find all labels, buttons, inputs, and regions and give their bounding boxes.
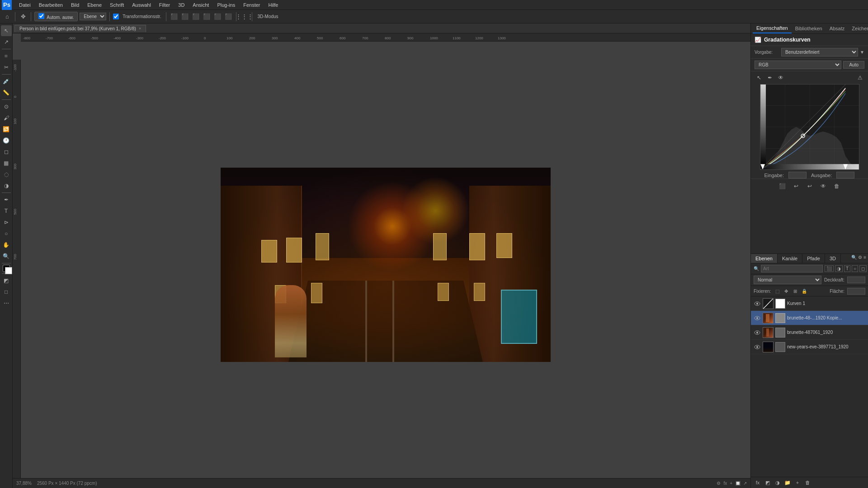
menu-schrift[interactable]: Schrift (106, 1, 127, 9)
status-icon-5[interactable]: ↗ (743, 481, 747, 486)
auto-select-btn[interactable]: Autom. ausw. (34, 12, 78, 21)
tool-slice[interactable]: ✂ (1, 62, 12, 73)
menu-plugins[interactable]: Plug-ins (213, 1, 239, 9)
tool-select[interactable]: ↖ (1, 25, 12, 36)
tab-eigenschaften[interactable]: Eigenschaften (753, 23, 792, 33)
layer-item-1[interactable]: brunette-48-...1920 Kopie... (751, 311, 868, 325)
tab-close-btn[interactable]: × (139, 26, 141, 31)
status-icon-4[interactable]: 🔲 (735, 481, 741, 486)
add-fx-btn[interactable]: fx (754, 479, 762, 487)
layers-tab-kanaele[interactable]: Kanäle (778, 254, 802, 263)
tab-absatz[interactable]: Absatz (826, 24, 849, 33)
layers-tab-pfade[interactable]: Pfade (802, 254, 825, 263)
layer-item-2[interactable]: brunette-487061_1920 (751, 325, 868, 340)
curves-tool-pen[interactable]: ✒ (765, 73, 774, 82)
tool-shape[interactable]: ○ (1, 228, 12, 239)
menu-fenster[interactable]: Fenster (240, 1, 264, 9)
ausgabe-input[interactable]: 114 (836, 172, 854, 178)
menu-3d[interactable]: 3D (175, 1, 188, 9)
tool-move[interactable]: ✥ (19, 12, 28, 21)
auto-select-checkbox[interactable] (38, 13, 44, 19)
tool-measure[interactable]: 📏 (1, 87, 12, 98)
transformations-checkbox[interactable] (113, 14, 119, 19)
delete-layer-btn[interactable]: 🗑 (803, 479, 811, 487)
eingabe-input[interactable]: 111 (788, 172, 807, 178)
curves-tool-eye[interactable]: 👁 (776, 73, 785, 82)
home-icon[interactable]: ⌂ (3, 12, 12, 21)
curves-tool-warning[interactable]: ⚠ (855, 73, 864, 82)
menu-auswahl[interactable]: Auswahl (128, 1, 155, 9)
align-left-icon[interactable]: ⬛ (170, 12, 179, 21)
tool-zoom[interactable]: 🔍 (1, 251, 12, 262)
channel-select[interactable]: RGB (755, 61, 841, 69)
curves-graph[interactable] (760, 84, 859, 170)
tool-spot-heal[interactable]: ⊙ (1, 101, 12, 112)
ebene-select[interactable]: Ebene (80, 13, 106, 20)
tool-eyedropper[interactable]: 💉 (1, 76, 12, 87)
add-layer-btn[interactable]: + (793, 479, 802, 487)
tool-quick-mask[interactable]: ◩ (1, 275, 12, 286)
curves-bottom-icon-1[interactable]: ⬛ (778, 182, 787, 191)
tool-blur[interactable]: ◌ (1, 169, 12, 180)
menu-ansicht[interactable]: Ansicht (189, 1, 212, 9)
status-icon-2[interactable]: fx (723, 481, 727, 486)
tool-crop[interactable]: ⌗ (1, 51, 12, 61)
layers-search-icon[interactable]: 🔍 (851, 255, 857, 262)
menu-bearbeiten[interactable]: Bearbeiten (35, 1, 66, 9)
opacity-input[interactable]: 100% (847, 277, 865, 283)
menu-hilfe[interactable]: Hilfe (264, 1, 282, 9)
curves-bottom-icon-5[interactable]: 🗑 (832, 182, 841, 191)
tool-pen[interactable]: ✒ (1, 194, 12, 205)
add-adjustment-btn[interactable]: ◑ (774, 479, 782, 487)
tool-eraser[interactable]: ◻ (1, 146, 12, 157)
tab-bibliotheken[interactable]: Bibliotheken (792, 24, 826, 33)
filter-text[interactable]: T (844, 265, 850, 272)
align-middle-icon[interactable]: ⬛ (213, 12, 222, 21)
status-icon-3[interactable]: + (730, 481, 732, 486)
tool-foreground-color[interactable] (3, 265, 10, 272)
tool-extras[interactable]: ⋯ (1, 298, 12, 309)
tool-text[interactable]: T (1, 206, 12, 216)
layer-item-3[interactable]: new-years-eve-3897713_1920 (751, 340, 868, 354)
align-top-icon[interactable]: ⬛ (202, 12, 211, 21)
layer-item-0[interactable]: Kurven 1 (751, 296, 868, 311)
align-center-icon[interactable]: ⬛ (180, 12, 189, 21)
lock-move-icon[interactable]: ✥ (783, 287, 790, 295)
curves-bottom-icon-3[interactable]: ↩ (805, 182, 814, 191)
layers-settings-icon[interactable]: ⚙ (858, 255, 862, 262)
document-tab[interactable]: Person in bild einfügen.psdc bei 37,9% (… (14, 25, 146, 32)
layers-menu-icon[interactable]: ≡ (863, 255, 866, 262)
layers-tab-ebenen[interactable]: Ebenen (751, 254, 778, 263)
tool-dodge[interactable]: ◑ (1, 180, 12, 191)
tool-hand[interactable]: ✋ (1, 239, 12, 250)
layer-visibility-3[interactable] (754, 343, 761, 351)
tool-brush[interactable]: 🖌 (1, 113, 12, 123)
layer-visibility-1[interactable] (754, 314, 761, 322)
vorgabe-select[interactable]: Benutzerdefiniert (781, 48, 858, 56)
add-group-btn[interactable]: 📁 (783, 479, 792, 487)
curves-tool-pointer[interactable]: ↖ (755, 73, 764, 82)
search-input[interactable] (761, 265, 823, 272)
tool-path-select[interactable]: ⊳ (1, 217, 12, 228)
layer-visibility-2[interactable] (754, 329, 761, 336)
tool-clone[interactable]: 🔂 (1, 124, 12, 135)
blend-mode-select[interactable]: Normal (754, 276, 821, 284)
filter-shape[interactable]: ○ (852, 265, 858, 272)
auto-btn[interactable]: Auto (843, 61, 864, 69)
fill-input[interactable]: 100% (847, 288, 865, 295)
tool-history[interactable]: 🕐 (1, 135, 12, 146)
curves-bottom-icon-2[interactable]: ↩ (792, 182, 801, 191)
filter-adjust[interactable]: ◑ (835, 265, 843, 272)
menu-bild[interactable]: Bild (67, 1, 83, 9)
lock-all-icon[interactable]: 🔒 (801, 287, 808, 295)
layers-tab-3d[interactable]: 3D (825, 254, 841, 263)
layer-visibility-0[interactable] (754, 300, 761, 307)
tool-direct-select[interactable]: ↗ (1, 37, 12, 47)
distribute-icon[interactable]: ⋮⋮⋮ (240, 12, 249, 21)
status-icon-1[interactable]: ⚙ (717, 481, 721, 486)
canvas-main[interactable] (21, 52, 750, 478)
menu-filter[interactable]: Filter (156, 1, 174, 9)
align-right-icon[interactable]: ⬛ (191, 12, 200, 21)
menu-ebene[interactable]: Ebene (84, 1, 105, 9)
filter-smart[interactable]: ◻ (859, 265, 867, 272)
